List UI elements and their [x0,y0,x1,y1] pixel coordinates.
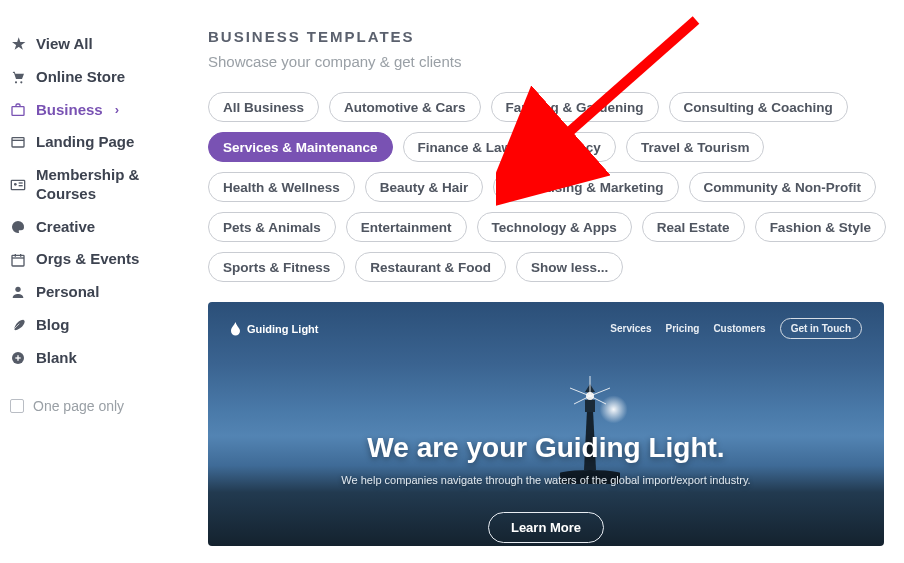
filter-chip[interactable]: Real Estate [642,212,745,242]
sidebar-item-blog[interactable]: Blog [10,309,180,342]
feather-icon [10,317,26,333]
sidebar-item-membership-courses[interactable]: Membership & Courses [10,159,180,211]
filter-chip[interactable]: Show less... [516,252,623,282]
sidebar-item-orgs-events[interactable]: Orgs & Events [10,243,180,276]
main-content: BUSINESS TEMPLATES Showcase your company… [180,28,894,546]
filter-chip[interactable]: Fashion & Style [755,212,886,242]
sidebar-item-view-all[interactable]: ★ View All [10,28,180,61]
page-title: BUSINESS TEMPLATES [208,28,894,45]
one-page-only-checkbox[interactable]: One page only [10,398,180,414]
svg-rect-20 [585,400,595,412]
person-icon [10,284,26,300]
filter-chip[interactable]: Automotive & Cars [329,92,481,122]
preview-nav: Services Pricing Customers Get in Touch [610,318,862,339]
preview-nav-pricing[interactable]: Pricing [665,323,699,334]
sidebar-item-label: Personal [36,283,99,302]
preview-nav-contact-button[interactable]: Get in Touch [780,318,862,339]
filter-chip[interactable]: Entertainment [346,212,467,242]
sidebar-item-label: Online Store [36,68,125,87]
filter-chip[interactable]: Restaurant & Food [355,252,506,282]
filter-chip[interactable]: Farming & Gardening [491,92,659,122]
filter-chip[interactable]: Travel & Tourism [626,132,765,162]
page-icon [10,135,26,151]
svg-rect-9 [12,255,24,266]
sidebar-item-label: Business [36,101,103,120]
filter-chip[interactable]: Consulting & Coaching [669,92,848,122]
filter-chip[interactable]: Beauty & Hair [365,172,484,202]
svg-rect-5 [11,180,24,189]
sidebar-item-label: Creative [36,218,95,237]
filter-chip[interactable]: Health & Wellness [208,172,355,202]
sidebar-item-label: Blank [36,349,77,368]
svg-rect-3 [12,137,24,146]
id-card-icon [10,177,26,193]
preview-nav-services[interactable]: Services [610,323,651,334]
filter-chip[interactable]: Services & Maintenance [208,132,393,162]
svg-point-1 [20,81,22,83]
preview-hero-cta-button[interactable]: Learn More [488,512,604,543]
sidebar-item-label: View All [36,35,93,54]
one-page-only-label: One page only [33,398,124,414]
sidebar-item-label: Landing Page [36,133,134,152]
svg-point-6 [14,183,17,186]
sidebar-item-blank[interactable]: Blank [10,342,180,375]
filter-chip[interactable]: Finance & Law [403,132,528,162]
filter-chip[interactable]: Community & Non-Profit [689,172,877,202]
filter-chip[interactable]: All Business [208,92,319,122]
sidebar-item-landing-page[interactable]: Landing Page [10,126,180,159]
template-preview-card[interactable]: Guiding Light Services Pricing Customers… [208,302,884,546]
star-icon: ★ [10,36,26,52]
filter-chip[interactable]: Pets & Animals [208,212,336,242]
page-subtitle: Showcase your company & get clients [208,53,894,70]
preview-brand-label: Guiding Light [247,323,318,335]
sidebar: ★ View All Online Store Business › Landi… [10,28,180,546]
sidebar-item-business[interactable]: Business › [10,94,180,127]
svg-rect-2 [12,107,24,116]
svg-point-13 [15,287,20,292]
sidebar-item-label: Blog [36,316,69,335]
briefcase-icon [10,102,26,118]
checkbox-icon [10,399,24,413]
sidebar-item-creative[interactable]: Creative [10,211,180,244]
filter-chip[interactable]: Sports & Fitness [208,252,345,282]
palette-icon [10,219,26,235]
chevron-right-icon: › [115,102,119,117]
filter-chip[interactable]: Agency [537,132,616,162]
sidebar-item-label: Membership & Courses [36,166,180,204]
preview-brand: Guiding Light [230,322,318,336]
svg-point-0 [15,81,17,83]
filter-chips: All BusinessAutomotive & CarsFarming & G… [208,92,888,282]
preview-nav-customers[interactable]: Customers [713,323,765,334]
preview-hero-sub: We help companies navigate through the w… [208,474,884,486]
flame-icon [230,322,241,336]
filter-chip[interactable]: Technology & Apps [477,212,632,242]
cart-icon [10,69,26,85]
preview-hero-headline: We are your Guiding Light. [208,432,884,464]
plus-circle-icon [10,350,26,366]
calendar-icon [10,252,26,268]
sidebar-item-online-store[interactable]: Online Store [10,61,180,94]
sidebar-item-label: Orgs & Events [36,250,139,269]
sidebar-item-personal[interactable]: Personal [10,276,180,309]
filter-chip[interactable]: Advertising & Marketing [493,172,678,202]
